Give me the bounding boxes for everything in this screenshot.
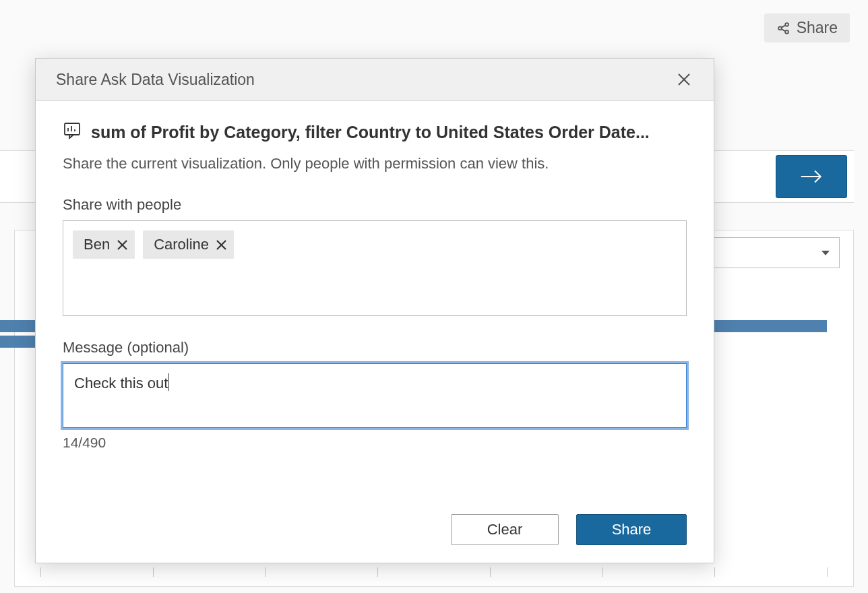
- message-value: Check this out: [74, 375, 168, 392]
- askdata-icon: [63, 121, 82, 143]
- axis-ticks: [40, 567, 828, 577]
- bar-segment: [0, 336, 37, 348]
- message-label: Message (optional): [63, 339, 687, 356]
- dialog-title: Share Ask Data Visualization: [56, 71, 255, 89]
- svg-line-3: [781, 25, 785, 27]
- svg-line-4: [781, 29, 785, 31]
- clear-button[interactable]: Clear: [451, 514, 559, 545]
- remove-person-icon[interactable]: [117, 239, 128, 251]
- viz-title: sum of Profit by Category, filter Countr…: [91, 123, 687, 142]
- share-button-top-label: Share: [797, 19, 838, 37]
- people-label: Share with people: [63, 196, 687, 214]
- people-input[interactable]: Ben Caroline: [63, 220, 687, 316]
- share-dialog: Share Ask Data Visualization sum of Prof…: [35, 58, 714, 563]
- share-submit-button[interactable]: Share: [576, 514, 687, 545]
- share-button-top[interactable]: Share: [764, 13, 850, 42]
- share-icon: [776, 21, 791, 36]
- share-submit-label: Share: [612, 521, 652, 538]
- message-input[interactable]: Check this out: [63, 363, 687, 428]
- person-chip: Ben: [73, 230, 135, 259]
- run-query-button[interactable]: [776, 155, 847, 198]
- svg-rect-7: [65, 123, 80, 135]
- person-chip: Caroline: [143, 230, 234, 259]
- chevron-down-icon: [822, 251, 830, 255]
- remove-person-icon[interactable]: [216, 239, 227, 251]
- person-chip-name: Ben: [84, 236, 110, 253]
- char-counter: 14/490: [63, 435, 687, 451]
- clear-button-label: Clear: [487, 521, 523, 538]
- person-chip-name: Caroline: [154, 236, 209, 253]
- close-button[interactable]: [675, 70, 693, 89]
- text-caret: [168, 373, 169, 391]
- share-description: Share the current visualization. Only pe…: [63, 152, 687, 175]
- dialog-header: Share Ask Data Visualization: [36, 59, 714, 101]
- svg-point-0: [778, 26, 782, 30]
